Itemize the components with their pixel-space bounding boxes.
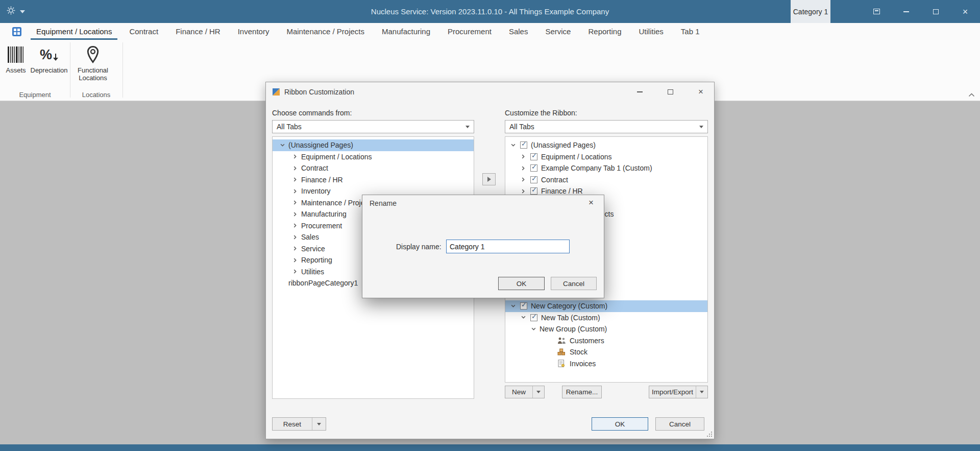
tree-item[interactable]: ✓ New Tab (Custom) (505, 312, 707, 324)
ribbon-tab-manufacturing[interactable]: Manufacturing (373, 23, 439, 40)
ribbon-tab-finance-hr[interactable]: Finance / HR (167, 23, 229, 40)
checkbox-checked[interactable]: ✓ (530, 153, 537, 160)
chevron-collapsed-icon[interactable] (293, 154, 300, 159)
rename-dialog: Rename × Display name: OK Cancel (362, 195, 604, 298)
display-name-input[interactable] (446, 240, 570, 253)
chevron-collapsed-icon[interactable] (293, 223, 300, 228)
chevron-down-icon[interactable] (695, 121, 707, 133)
tree-item-label: New Category (Custom) (531, 302, 607, 310)
ribbon-tab-maintenance-projects[interactable]: Maintenance / Projects (278, 23, 373, 40)
percent-depreciation-icon: % (40, 43, 58, 66)
chevron-collapsed-icon[interactable] (521, 154, 528, 159)
tree-item[interactable]: ✓ New Category (Custom) (505, 300, 707, 312)
minimize-button[interactable] (891, 0, 921, 23)
ribbon-category-tab[interactable]: Category 1 (791, 0, 830, 23)
checkbox-checked[interactable]: ✓ (530, 176, 537, 183)
tree-item-label: Reporting (301, 256, 332, 264)
rename-ok-button[interactable]: OK (498, 277, 545, 290)
new-button[interactable]: New (505, 386, 545, 398)
ribbon-tab-sales[interactable]: Sales (500, 23, 537, 40)
rename-button[interactable]: Rename... (562, 386, 602, 398)
chevron-collapsed-icon[interactable] (293, 165, 300, 171)
ribbon-tab-utilities[interactable]: Utilities (630, 23, 672, 40)
tree-item[interactable]: ✓Contract (505, 174, 707, 186)
checkbox-checked[interactable]: ✓ (520, 141, 527, 149)
dialog-minimize-button[interactable] (635, 88, 644, 96)
chevron-expanded-icon[interactable] (531, 326, 538, 331)
ribbon-tab-equipment-locations[interactable]: Equipment / Locations (28, 23, 120, 40)
functional-locations-button[interactable]: Functional Locations (69, 43, 116, 82)
tree-item[interactable]: ✓Equipment / Locations (505, 151, 707, 163)
chevron-expanded-icon[interactable] (511, 143, 518, 148)
tree-item[interactable]: Equipment / Locations (273, 151, 474, 163)
chevron-collapsed-icon[interactable] (293, 269, 300, 274)
assets-button[interactable]: Assets (2, 43, 30, 74)
minimize-icon (637, 91, 643, 92)
ribbon-display-options-button[interactable] (862, 0, 891, 23)
chevron-collapsed-icon[interactable] (521, 177, 528, 182)
collapse-ribbon-button[interactable] (968, 90, 975, 99)
chevron-expanded-icon[interactable] (280, 143, 287, 148)
tree-item[interactable]: (Unassigned Pages) (273, 139, 474, 151)
rename-close-button[interactable]: × (586, 198, 596, 208)
ribbon-tab-reporting[interactable]: Reporting (579, 23, 630, 40)
dialog-app-icon (272, 88, 280, 98)
checkbox-checked[interactable]: ✓ (520, 302, 527, 310)
assets-label: Assets (6, 66, 26, 74)
ribbon-tab-contract[interactable]: Contract (120, 23, 167, 40)
tree-item[interactable]: ✓ (Unassigned Pages) (505, 139, 707, 151)
chevron-collapsed-icon[interactable] (293, 188, 300, 194)
ok-button[interactable]: OK (592, 417, 648, 431)
dialog-maximize-button[interactable] (666, 88, 675, 96)
ribbon-tab-procurement[interactable]: Procurement (439, 23, 500, 40)
tree-item[interactable]: New Group (Custom) (505, 323, 707, 335)
tree-item[interactable]: Invoices (505, 358, 707, 370)
checkbox-checked[interactable]: ✓ (530, 164, 537, 172)
reset-dropdown-button[interactable] (312, 418, 326, 430)
chevron-down-icon[interactable] (461, 121, 474, 133)
customize-ribbon-combobox[interactable]: All Tabs (505, 120, 708, 133)
maximize-button[interactable] (921, 0, 950, 23)
chevron-collapsed-icon[interactable] (293, 177, 300, 182)
chevron-collapsed-icon[interactable] (293, 246, 300, 251)
ribbon-tab-service[interactable]: Service (536, 23, 579, 40)
app-menu-button[interactable] (12, 27, 21, 36)
tree-item-label: (Unassigned Pages) (288, 141, 353, 149)
chevron-expanded-icon[interactable] (511, 303, 518, 308)
resize-grip[interactable] (706, 431, 712, 437)
reset-button[interactable]: Reset (272, 417, 326, 431)
chevron-collapsed-icon[interactable] (293, 257, 300, 263)
choose-commands-combobox[interactable]: All Tabs (272, 120, 474, 133)
chevron-up-icon (968, 93, 975, 97)
import-export-dropdown-button[interactable] (696, 386, 707, 398)
cancel-button[interactable]: Cancel (655, 417, 704, 431)
tree-item-label: Service (301, 245, 325, 253)
depreciation-button[interactable]: % Depreciation (32, 43, 66, 74)
dialog-titlebar[interactable]: Ribbon Customization × (266, 82, 714, 102)
combobox-value: All Tabs (277, 121, 302, 133)
checkbox-checked[interactable]: ✓ (530, 314, 537, 321)
close-button[interactable]: × (950, 0, 980, 23)
chevron-collapsed-icon[interactable] (521, 188, 528, 194)
chevron-collapsed-icon[interactable] (293, 200, 300, 205)
chevron-collapsed-icon[interactable] (293, 211, 300, 217)
chevron-expanded-icon[interactable] (521, 315, 528, 320)
chevron-collapsed-icon[interactable] (293, 234, 300, 240)
tree-item[interactable]: Stock (505, 346, 707, 358)
ribbon-tab-inventory[interactable]: Inventory (229, 23, 278, 40)
tree-item[interactable]: Contract (273, 162, 474, 174)
new-dropdown-button[interactable] (532, 386, 544, 398)
rename-cancel-button[interactable]: Cancel (551, 277, 597, 290)
import-export-button[interactable]: Import/Export (649, 386, 708, 398)
tree-item[interactable]: Finance / HR (273, 174, 474, 186)
tree-item[interactable]: ✓Example Company Tab 1 (Custom) (505, 162, 707, 174)
check-icon: ✓ (521, 301, 527, 308)
ribbon-tab-tab1[interactable]: Tab 1 (672, 23, 708, 40)
chevron-collapsed-icon[interactable] (521, 165, 528, 171)
tree-item[interactable]: Customers (505, 335, 707, 347)
maximize-icon (668, 89, 673, 94)
add-command-button[interactable] (482, 173, 496, 185)
dialog-close-button[interactable]: × (696, 88, 705, 96)
check-icon: ✓ (531, 163, 537, 171)
checkbox-checked[interactable]: ✓ (530, 187, 537, 195)
